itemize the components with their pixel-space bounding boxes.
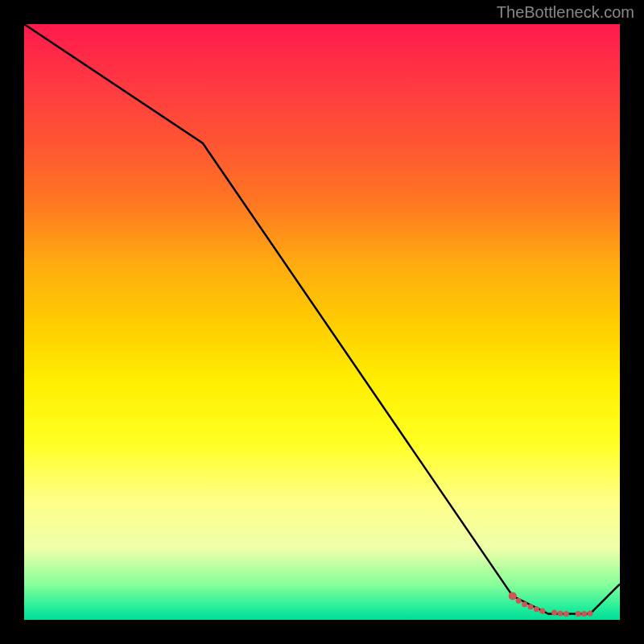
watermark-text: TheBottleneck.com [497, 3, 634, 22]
plot-area [24, 24, 620, 620]
chart-container: TheBottleneck.com [0, 0, 644, 644]
